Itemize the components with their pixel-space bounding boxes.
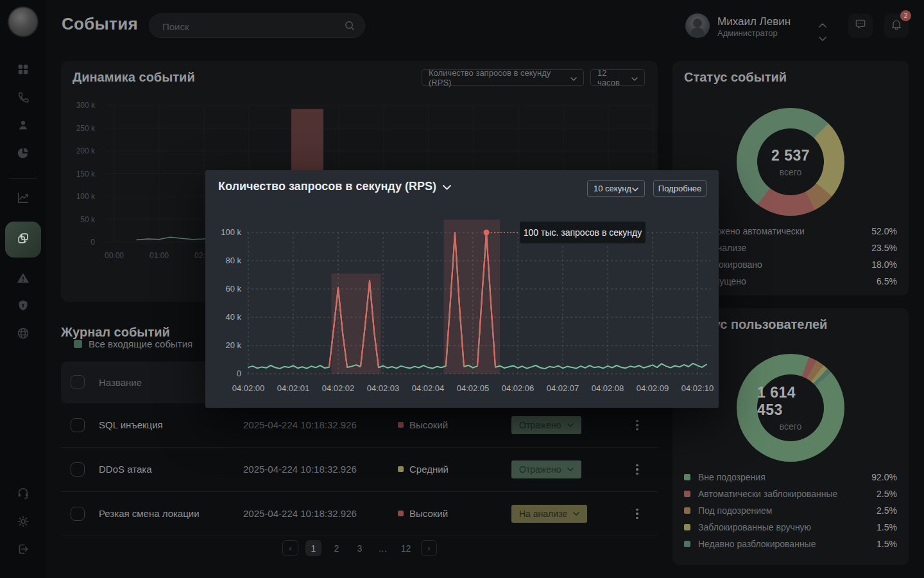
events-sync-icon [16,231,30,248]
svg-text:150 k: 150 k [76,170,96,179]
svg-text:80 k: 80 k [225,256,241,265]
users-total: 1 614 453 [757,384,824,419]
legend-color-chip [684,491,690,497]
row-checkbox[interactable] [71,507,85,521]
users-status-donut: 1 614 453 всего [737,354,844,462]
svg-text:04:02:09: 04:02:09 [637,383,669,393]
legend-color-chip [684,524,690,530]
headset-icon [16,486,30,503]
warning-triangle-icon [16,271,30,288]
chat-bubble-icon [854,18,867,33]
status-dropdown[interactable]: Отражено [511,416,581,434]
page-number[interactable]: 12 [398,540,414,556]
select-all-checkbox[interactable] [71,375,85,389]
user-menu-expander[interactable] [819,19,826,44]
sidebar-item-analytics[interactable] [8,139,38,170]
sidebar-item-calls[interactable] [8,83,38,114]
legend-label: Вне подозрения [698,472,871,482]
metric-dropdown-value: Количество запросов в секунду (RPS) [429,68,565,87]
notifications-button[interactable]: 2 [884,13,909,38]
dynamics-card-title: Динамика событий [73,70,195,85]
modal-title-text: Количество запросов в секунду (RPS) [218,180,436,193]
svg-text:04:02:04: 04:02:04 [412,383,445,393]
range-dropdown[interactable]: 12 часов [590,69,645,86]
sidebar-item-dashboard[interactable] [8,55,38,86]
metric-dropdown[interactable]: Количество запросов в секунду (RPS) [422,69,584,86]
chart-tooltip: 100 тыс. запросов в секунду [520,222,646,243]
apps-grid-icon [16,62,30,79]
row-menu-button[interactable] [632,417,642,434]
svg-text:100 k: 100 k [76,192,96,201]
page-number[interactable]: 2 [329,540,345,556]
legend-value: 2.5% [877,505,897,516]
status-label: На анализе [519,509,567,519]
avatar[interactable] [685,13,710,38]
events-total-label: всего [780,167,802,177]
rps-modal: Количество запросов в секунду (RPS) 10 с… [205,170,719,408]
svg-text:04:02:03: 04:02:03 [367,383,400,393]
details-button[interactable]: Подробнее [653,180,706,197]
sidebar-item-network[interactable] [8,319,38,350]
legend-color-chip [684,474,690,480]
page-number[interactable]: 1 [305,540,321,556]
svg-text:0: 0 [90,238,95,247]
severity-label: Средний [409,464,449,475]
shield-icon [16,299,30,315]
row-menu-button[interactable] [632,505,642,522]
legend-label: Отражено автоматически [698,226,871,236]
messages-button[interactable] [848,13,873,38]
svg-text:04:02:06: 04:02:06 [502,383,535,393]
event-timestamp: 2025-04-224 10:18:32.926 [243,464,357,475]
status-dropdown[interactable]: На анализе [511,505,587,523]
modal-range-value: 10 секунд [594,184,631,193]
details-button-label: Подробнее [658,184,701,193]
chevron-down-icon [819,32,826,44]
event-name: DDoS атака [99,464,151,475]
legend-label: Заблокировано [698,259,871,270]
status-dropdown[interactable]: Отражено [511,460,581,478]
row-menu-button[interactable] [632,461,642,478]
sidebar-item-security[interactable] [8,292,38,322]
legend-value: 52.0% [871,226,897,236]
modal-range-dropdown[interactable]: 10 секунд [587,180,645,197]
page-number[interactable]: … [375,540,391,556]
legend-item: Заблокированные вручную1.5% [684,519,897,536]
search-input[interactable] [161,14,337,39]
sidebar-item-users[interactable] [8,111,38,142]
sidebar-item-settings[interactable] [8,507,38,538]
sidebar-item-support[interactable] [8,479,38,510]
events-table: SQL инъекция2025-04-224 10:18:32.926Высо… [61,403,658,536]
legend-item: Недавно разблокированные1.5% [684,536,897,552]
row-checkbox[interactable] [71,418,85,432]
table-row: Резкая смена локации2025-04-224 10:18:32… [61,492,658,536]
user-name: Михаил Левин [717,15,791,28]
legend-label: Недавно разблокированные [698,539,877,549]
app-root: { "colors":{"accent_green":"#3f5346","ac… [0,0,924,578]
chevron-down-icon [565,73,577,83]
sidebar-item-trends[interactable] [8,184,38,215]
severity-label: Высокий [409,419,448,430]
table-row: SQL инъекция2025-04-224 10:18:32.926Высо… [61,403,658,448]
row-checkbox[interactable] [71,462,85,477]
prev-page-button[interactable]: ‹ [282,540,298,556]
user-icon [16,118,30,135]
events-status-donut: 2 537 всего [737,108,844,216]
column-header-name: Название [99,377,142,388]
search-icon [344,20,355,34]
modal-title-dropdown[interactable]: Количество запросов в секунду (RPS) [218,180,451,193]
search-bar [149,13,365,38]
sidebar-item-alerts[interactable] [8,264,38,295]
legend-item: Все входящие события [74,338,193,349]
events-status-title: Статус событий [684,70,787,85]
next-page-button[interactable]: › [421,540,437,556]
page-number[interactable]: 3 [352,540,368,556]
status-label: Отражено [519,420,561,430]
legend-value: 18.0% [871,259,897,270]
svg-text:04:02:02: 04:02:02 [322,383,355,393]
sidebar-item-logout[interactable] [8,535,38,566]
sidebar-divider [9,178,37,179]
sidebar-item-events[interactable] [5,222,41,258]
legend-item: Вне подозрения92.0% [684,469,897,486]
line-chart-icon [16,191,30,207]
chevron-down-icon [632,184,638,193]
